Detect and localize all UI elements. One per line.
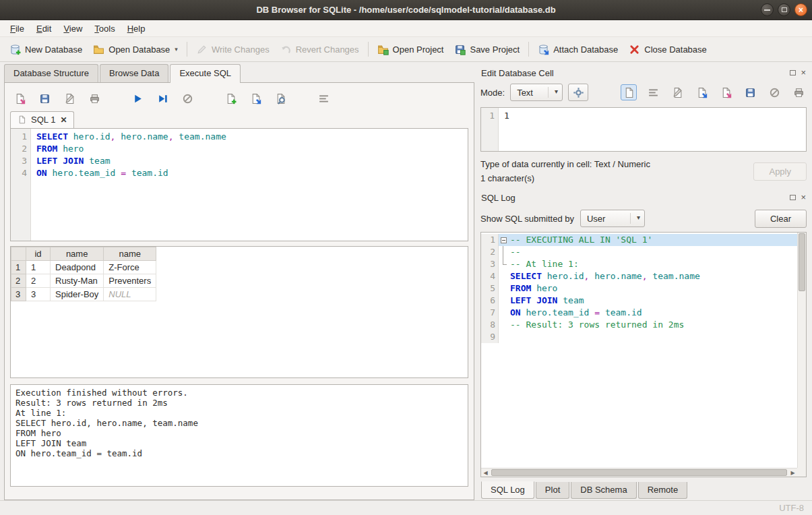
find-replace-button[interactable] — [272, 90, 288, 107]
code-line: 1 — [504, 110, 806, 122]
scrollbar-thumb[interactable] — [491, 469, 787, 476]
menu-tools[interactable]: Tools — [88, 22, 121, 36]
open-project-button[interactable]: Open Project — [372, 40, 449, 59]
apply-button[interactable]: Apply — [753, 162, 807, 181]
set-null-button[interactable] — [766, 84, 782, 100]
table-cell[interactable]: 2 — [26, 274, 51, 288]
sql-log-header-icons: × — [790, 194, 806, 201]
log-vertical-scrollbar[interactable] — [797, 233, 806, 468]
log-filter-select[interactable]: User — [580, 210, 645, 227]
open-sql-file-icon — [14, 93, 26, 104]
log-horizontal-scrollbar[interactable]: ◀ ▶ — [481, 468, 797, 477]
menu-file[interactable]: File — [4, 22, 30, 36]
open-database-button[interactable]: Open Database ▾ — [88, 40, 183, 59]
log-line: 7ON hero.team_id = team.id — [481, 307, 797, 319]
row-header[interactable]: 2 — [11, 274, 26, 288]
sql-tab[interactable]: SQL 1 ✕ — [10, 111, 74, 128]
results-table: idnamename 11DeadpondZ-Force22Rusty-ManP… — [11, 247, 156, 301]
save-project-button[interactable]: Save Project — [449, 40, 525, 59]
line-number: 6 — [481, 295, 499, 307]
menu-view[interactable]: View — [57, 22, 88, 36]
execution-message-box[interactable]: Execution finished without errors. Resul… — [10, 384, 468, 487]
tab-plot[interactable]: Plot — [536, 482, 569, 499]
export-cell-button[interactable] — [718, 84, 734, 100]
results-column-header[interactable]: name — [51, 247, 104, 261]
open-sql-tab-button[interactable] — [247, 90, 263, 107]
minimize-button[interactable] — [761, 3, 774, 16]
new-sql-tab-button[interactable] — [222, 90, 239, 107]
print-sql-button[interactable] — [86, 90, 102, 107]
cell-mode-select[interactable]: Text — [510, 84, 563, 101]
word-wrap-button[interactable] — [315, 90, 332, 107]
row-header[interactable]: 1 — [11, 261, 26, 274]
cell-editor-icons — [621, 84, 807, 100]
edit-cell-header-icons: × — [790, 69, 806, 76]
clear-log-button[interactable]: Clear — [755, 210, 807, 228]
table-cell[interactable]: 1 — [26, 261, 51, 274]
float-panel-icon[interactable] — [790, 195, 796, 200]
table-cell[interactable]: Spider-Boy — [51, 288, 104, 301]
scroll-right-icon[interactable]: ▶ — [788, 468, 797, 477]
log-line: 3-- At line 1: — [481, 258, 797, 270]
results-column-header[interactable]: id — [26, 247, 51, 261]
fold-marker[interactable] — [499, 234, 508, 246]
open-sql-file-button[interactable] — [11, 90, 28, 107]
cell-word-wrap-button[interactable] — [645, 84, 661, 100]
fold-marker — [499, 258, 508, 270]
table-cell[interactable]: Deadpond — [51, 261, 104, 274]
stop-execution-button[interactable] — [179, 90, 195, 107]
log-line: 1-- EXECUTING ALL IN 'SQL 1' — [481, 234, 797, 246]
format-cell-button[interactable] — [669, 84, 685, 100]
code-line: SELECT hero.id, hero.name, team.name — [36, 131, 468, 143]
close-panel-icon[interactable]: × — [801, 194, 806, 201]
maximize-button[interactable] — [778, 3, 790, 16]
save-cell-button[interactable] — [742, 84, 758, 100]
print-cell-button[interactable] — [790, 84, 807, 100]
scroll-left-icon[interactable]: ◀ — [481, 468, 490, 477]
sql-editor-code[interactable]: SELECT hero.id, hero.name, team.nameFROM… — [31, 129, 468, 241]
tab-db-schema[interactable]: DB Schema — [571, 482, 636, 499]
execute-line-button[interactable] — [154, 90, 170, 107]
scrollbar-thumb[interactable] — [799, 233, 805, 291]
table-cell[interactable]: NULL — [104, 288, 156, 301]
close-panel-icon[interactable]: × — [801, 69, 806, 76]
tab-database-structure[interactable]: Database Structure — [4, 64, 98, 82]
float-panel-icon[interactable] — [790, 70, 796, 75]
menu-help[interactable]: Help — [121, 22, 152, 36]
tab-execute-sql[interactable]: Execute SQL — [170, 64, 241, 83]
tab-sql-log[interactable]: SQL Log — [481, 481, 534, 499]
cell-editor-code[interactable]: 1 — [499, 108, 806, 151]
new-database-button[interactable]: New Database — [4, 40, 88, 59]
table-cell[interactable]: Rusty-Man — [51, 274, 104, 288]
new-tab-icon — [225, 93, 237, 104]
revert-changes-button[interactable]: Revert Changes — [275, 40, 365, 59]
text-view-button[interactable] — [621, 84, 637, 100]
table-cell[interactable]: Z-Force — [104, 261, 156, 274]
table-cell[interactable]: Preventers — [104, 274, 156, 288]
log-line-text: FROM hero — [508, 282, 797, 295]
close-button[interactable]: × — [794, 3, 807, 16]
row-header[interactable]: 3 — [11, 288, 26, 301]
save-sql-as-button[interactable] — [61, 90, 77, 107]
save-sql-file-button[interactable] — [36, 90, 53, 107]
execute-all-button[interactable] — [129, 90, 146, 107]
new-database-label: New Database — [25, 44, 82, 55]
table-row: 11DeadpondZ-Force — [11, 261, 156, 274]
write-changes-button[interactable]: Write Changes — [191, 40, 275, 59]
tab-browse-data[interactable]: Browse Data — [100, 64, 168, 82]
sql-editor[interactable]: 1234 SELECT hero.id, hero.name, team.nam… — [10, 128, 468, 241]
menu-edit[interactable]: Edit — [30, 22, 57, 36]
results-corner-header[interactable] — [11, 247, 26, 261]
tab-remote[interactable]: Remote — [638, 482, 688, 499]
sql-log-content[interactable]: 1-- EXECUTING ALL IN 'SQL 1'2--3-- At li… — [481, 233, 797, 468]
cell-value-editor[interactable]: 1 1 — [480, 107, 807, 152]
stop-icon — [182, 93, 193, 104]
log-line: 5FROM hero — [481, 282, 797, 295]
import-cell-button[interactable] — [693, 84, 710, 100]
results-column-header[interactable]: name — [104, 247, 156, 261]
auto-switch-mode-button[interactable] — [568, 84, 588, 101]
close-database-button[interactable]: Close Database — [623, 40, 712, 59]
sql-tab-close-icon[interactable]: ✕ — [60, 115, 67, 125]
table-cell[interactable]: 3 — [26, 288, 51, 301]
attach-database-button[interactable]: Attach Database — [532, 40, 623, 59]
